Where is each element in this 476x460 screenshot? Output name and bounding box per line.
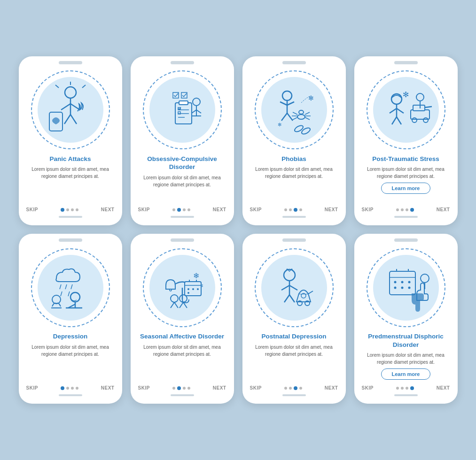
skip-button[interactable]: SKIP: [250, 207, 262, 212]
svg-point-74: [187, 288, 189, 290]
svg-point-106: [421, 274, 429, 283]
svg-line-45: [397, 108, 404, 113]
dot[interactable]: [284, 387, 287, 390]
next-button[interactable]: NEXT: [101, 207, 115, 212]
dot-active[interactable]: [294, 386, 297, 390]
dot[interactable]: [187, 387, 190, 390]
phone-bottom-bar: [394, 216, 418, 218]
skip-button[interactable]: SKIP: [138, 385, 150, 391]
svg-point-77: [187, 292, 189, 294]
svg-line-35: [305, 112, 310, 115]
svg-line-82: [179, 302, 183, 308]
svg-line-37: [305, 117, 310, 120]
card-title: Obsessive-Compulsive Disorder: [137, 155, 227, 171]
dot[interactable]: [401, 208, 404, 211]
illustration-depression: [29, 246, 111, 329]
svg-line-59: [61, 291, 62, 296]
illustration-pmdd: [365, 246, 447, 329]
next-button[interactable]: NEXT: [437, 385, 450, 391]
dot[interactable]: [66, 208, 69, 211]
card-body: Lorem ipsum dolor sit dim amet, mea regi…: [26, 344, 115, 358]
nav-dots: [172, 386, 190, 390]
phone-notch: [171, 238, 194, 242]
dot[interactable]: [289, 208, 292, 211]
pts-icon: ✻: [375, 79, 437, 140]
dot-active[interactable]: [177, 386, 181, 390]
card-body: Lorem ipsum dolor sit dim amet, mea regi…: [138, 174, 226, 188]
dot[interactable]: [71, 208, 74, 211]
dot[interactable]: [284, 208, 287, 211]
phone-card-pmdd: Predmenstrual Disphoric DisorderLorem ip…: [354, 234, 458, 404]
card-nav: SKIPNEXT: [131, 204, 234, 212]
skip-button[interactable]: SKIP: [362, 207, 374, 212]
svg-text:❄: ❄: [193, 272, 199, 280]
next-button[interactable]: NEXT: [213, 385, 226, 391]
learn-more-button[interactable]: Learn more: [381, 368, 431, 380]
svg-point-103: [394, 286, 396, 289]
skip-button[interactable]: SKIP: [250, 385, 262, 391]
skip-button[interactable]: SKIP: [138, 207, 150, 212]
svg-line-90: [284, 295, 289, 302]
phone-card-depression: DepressionLorem ipsum dolor sit dim amet…: [19, 234, 122, 404]
dot[interactable]: [66, 387, 69, 390]
skip-button[interactable]: SKIP: [362, 385, 374, 391]
svg-line-47: [397, 117, 401, 124]
svg-line-4: [64, 115, 70, 124]
svg-point-104: [401, 286, 403, 289]
phone-bottom-bar: [394, 394, 418, 396]
dot[interactable]: [71, 387, 74, 390]
dot-active[interactable]: [410, 208, 414, 212]
phobias-icon: ✻ ✻: [264, 79, 325, 140]
card-nav: SKIPNEXT: [354, 383, 458, 391]
card-nav: SKIPNEXT: [242, 204, 346, 212]
dot[interactable]: [183, 387, 186, 390]
skip-button[interactable]: SKIP: [26, 207, 38, 212]
dot[interactable]: [187, 208, 190, 211]
dot[interactable]: [76, 208, 78, 211]
dot[interactable]: [289, 387, 292, 390]
nav-dots: [61, 208, 78, 212]
illustration-seasonal-affective: ❄ ❄: [141, 246, 223, 329]
dot[interactable]: [396, 208, 399, 211]
illustration-phobias: ✻ ✻: [253, 69, 335, 151]
dot[interactable]: [183, 208, 186, 211]
card-title: Phobias: [281, 155, 306, 163]
dot[interactable]: [172, 387, 175, 390]
phone-card-panic-attacks: Panic AttacksLorem ipsum dolor sit dim a…: [19, 56, 122, 225]
dot-active[interactable]: [61, 386, 64, 390]
ocd-icon: [152, 79, 213, 140]
phone-bottom-bar: [282, 216, 306, 218]
next-button[interactable]: NEXT: [213, 207, 226, 212]
dot[interactable]: [396, 387, 399, 390]
svg-line-89: [289, 285, 297, 290]
dot[interactable]: [172, 208, 175, 211]
card-body: Lorem ipsum dolor sit dim amet, mea regi…: [362, 352, 450, 366]
card-title: Seasonal Affective Disorder: [140, 332, 224, 341]
dot-active[interactable]: [294, 208, 297, 212]
next-button[interactable]: NEXT: [101, 385, 115, 391]
dot[interactable]: [76, 387, 78, 390]
learn-more-button[interactable]: Learn more: [381, 183, 431, 194]
svg-line-27: [287, 102, 294, 105]
nav-dots: [61, 386, 78, 390]
svg-point-101: [401, 281, 403, 283]
dot[interactable]: [401, 387, 404, 390]
skip-button[interactable]: SKIP: [26, 385, 38, 391]
dot[interactable]: [299, 208, 302, 211]
next-button[interactable]: NEXT: [325, 385, 338, 391]
card-grid: Panic AttacksLorem ipsum dolor sit dim a…: [19, 56, 458, 404]
dot-active[interactable]: [177, 208, 181, 212]
dot[interactable]: [299, 387, 302, 390]
phone-card-phobias: ✻ ✻ PhobiasLorem ipsum dolor sit dim ame…: [242, 56, 346, 225]
dot-active[interactable]: [410, 386, 414, 390]
phone-bottom-bar: [59, 394, 82, 396]
pmdd-icon: [375, 257, 437, 318]
next-button[interactable]: NEXT: [325, 207, 338, 212]
dot[interactable]: [406, 387, 408, 390]
svg-point-41: [300, 127, 311, 136]
card-body: Lorem ipsum dolor sit dim amet, mea regi…: [250, 344, 338, 358]
next-button[interactable]: NEXT: [437, 207, 450, 212]
dot-active[interactable]: [61, 208, 64, 212]
card-title: Depression: [53, 332, 88, 341]
dot[interactable]: [406, 208, 408, 211]
